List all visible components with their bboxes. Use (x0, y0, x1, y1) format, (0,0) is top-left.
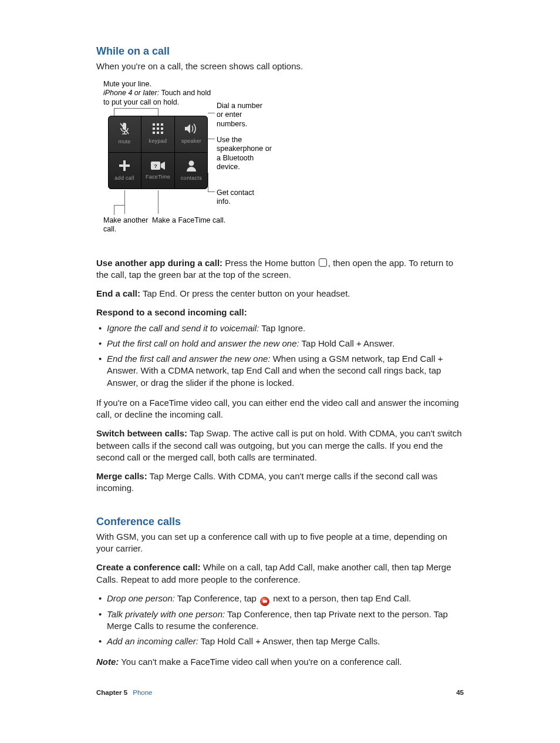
merge-label: Merge calls: (96, 471, 147, 481)
section1-intro: When you're on a call, the screen shows … (96, 60, 464, 72)
speaker-button[interactable]: speaker (175, 116, 208, 153)
speaker-label: speaker (181, 137, 201, 144)
bullet-body: Tap Hold Call + Answer. (299, 338, 395, 348)
facetime-label: FaceTime (146, 173, 170, 180)
bullet-body: Tap Ignore. (259, 323, 305, 333)
switch-calls-para: Switch between calls: Tap Swap. The acti… (96, 428, 464, 463)
svg-rect-12 (161, 132, 163, 134)
callout-mute-line1: Mute your line. (103, 80, 215, 89)
conference-note: Note: You can't make a FaceTime video ca… (96, 656, 464, 668)
contacts-label: contacts (181, 174, 202, 181)
callout-speaker: Use the speakerphone or a Bluetooth devi… (217, 136, 275, 173)
footer-chapter-label: Phone (133, 689, 152, 696)
conference-bullets: Drop one person: Tap Conference, tap nex… (96, 593, 464, 648)
callout-contacts: Get contact info. (217, 189, 269, 207)
svg-rect-5 (157, 123, 159, 126)
list-item: Talk privately with one person: Tap Conf… (107, 608, 464, 633)
bullet-lead: Add an incoming caller: (107, 636, 198, 646)
svg-rect-4 (153, 123, 155, 126)
home-button-icon (319, 258, 327, 267)
mute-button[interactable]: mute (108, 116, 141, 153)
create-conference-para: Create a conference call: While on a cal… (96, 562, 464, 586)
callout-mute-line2: iPhone 4 or later: Touch and hold to put… (103, 89, 215, 107)
callout-dial: Dial a number or enter numbers. (217, 102, 269, 129)
end-call-label: End a call: (96, 288, 140, 298)
plus-icon (118, 159, 131, 172)
end-call-text: Tap End. Or press the center button on y… (140, 288, 350, 298)
section-heading-conference: Conference calls (96, 515, 464, 529)
keypad-icon (151, 122, 164, 135)
end-a-call: End a call: Tap End. Or press the center… (96, 288, 464, 300)
facetime-video-para: If you're on a FaceTime video call, you … (96, 397, 464, 421)
switch-label: Switch between calls: (96, 428, 187, 438)
use-app-label: Use another app during a call: (96, 258, 222, 268)
end-call-red-icon (260, 597, 269, 606)
svg-text:?: ? (154, 163, 157, 169)
contacts-icon (185, 159, 197, 172)
bullet-lead: Put the first call on hold and answer th… (107, 338, 299, 348)
create-label: Create a conference call: (96, 562, 201, 572)
svg-rect-7 (153, 127, 155, 130)
note-text: You can't make a FaceTime video call whe… (119, 657, 402, 667)
speaker-icon (184, 122, 199, 135)
list-item: Drop one person: Tap Conference, tap nex… (107, 593, 464, 605)
bullet-lead: Ignore the call and send it to voicemail… (107, 323, 259, 333)
use-app-pre: Press the Home button (222, 258, 318, 268)
bullet-lead: Talk privately with one person: (107, 609, 225, 619)
bullet-lead: Drop one person: (107, 593, 175, 603)
svg-rect-11 (157, 132, 159, 134)
note-label: Note: (96, 657, 119, 667)
section-heading-while-on-call: While on a call (96, 44, 464, 58)
add-call-label: add call (114, 174, 134, 181)
bullet-body-post: next to a person, then tap End Call. (271, 593, 411, 603)
page-footer: Chapter 5 Phone 45 (96, 689, 464, 696)
respond-heading: Respond to a second incoming call: (96, 307, 464, 318)
svg-rect-9 (161, 127, 163, 130)
footer-page-number: 45 (456, 689, 464, 696)
list-item: Ignore the call and send it to voicemail… (107, 322, 464, 334)
merge-calls-para: Merge calls: Tap Merge Calls. With CDMA,… (96, 470, 464, 495)
contacts-button[interactable]: contacts (175, 153, 208, 189)
use-another-app: Use another app during a call: Press the… (96, 257, 464, 281)
svg-rect-10 (153, 132, 155, 134)
call-options-panel: mute keypad (108, 116, 208, 189)
respond-bullets: Ignore the call and send it to voicemail… (96, 322, 464, 389)
bullet-lead: End the first call and answer the new on… (107, 354, 271, 364)
bullet-body-pre: Tap Conference, tap (175, 593, 259, 603)
callout-mute-line2-label: iPhone 4 or later: (103, 89, 159, 97)
mute-icon (119, 122, 130, 136)
keypad-button[interactable]: keypad (141, 116, 175, 153)
facetime-icon: ? (150, 160, 166, 171)
call-options-figure: Mute your line. iPhone 4 or later: Touch… (96, 80, 466, 244)
list-item: Put the first call on hold and answer th… (107, 338, 464, 349)
svg-rect-6 (161, 123, 163, 126)
callout-facetime: Make a FaceTime call. (152, 216, 228, 226)
conference-intro: With GSM, you can set up a conference ca… (96, 531, 464, 555)
mute-label: mute (118, 138, 130, 145)
list-item: End the first call and answer the new on… (107, 353, 464, 389)
add-call-button[interactable]: add call (108, 153, 141, 189)
svg-rect-14 (119, 164, 130, 167)
callout-make-another: Make another call. (103, 216, 150, 234)
facetime-button[interactable]: ? FaceTime (141, 153, 175, 189)
svg-rect-8 (157, 127, 159, 130)
keypad-label: keypad (149, 137, 167, 144)
bullet-body: Tap Hold Call + Answer, then tap Merge C… (198, 636, 380, 646)
svg-point-17 (189, 161, 194, 166)
footer-chapter: Chapter 5 (96, 689, 127, 696)
list-item: Add an incoming caller: Tap Hold Call + … (107, 636, 464, 647)
callout-mute: Mute your line. iPhone 4 or later: Touch… (103, 80, 215, 107)
merge-text: Tap Merge Calls. With CDMA, you can't me… (96, 471, 437, 493)
